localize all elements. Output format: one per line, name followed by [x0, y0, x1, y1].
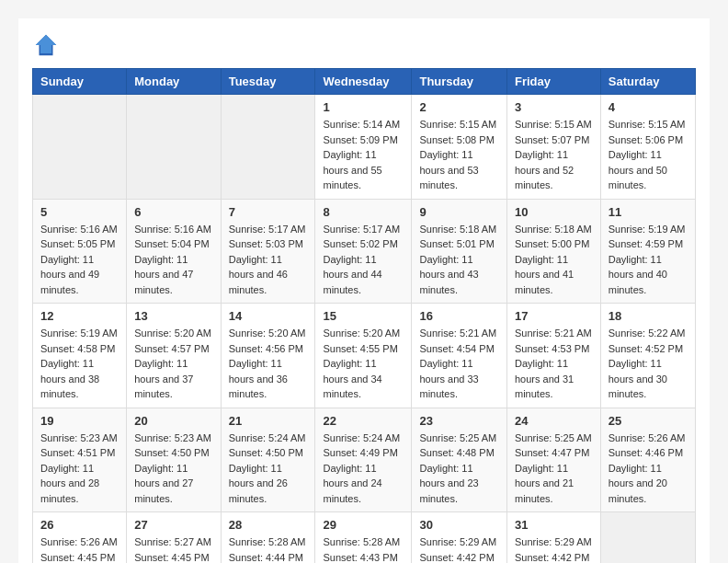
- weekday-header-tuesday: Tuesday: [221, 69, 315, 95]
- cell-info: Sunrise: 5:14 AMSunset: 5:09 PMDaylight:…: [323, 117, 404, 193]
- calendar-cell: 12Sunrise: 5:19 AMSunset: 4:58 PMDayligh…: [33, 304, 127, 408]
- calendar-container: SundayMondayTuesdayWednesdayThursdayFrid…: [18, 18, 710, 563]
- day-number: 5: [40, 205, 119, 219]
- day-number: 14: [229, 309, 308, 323]
- calendar-cell: [221, 95, 315, 200]
- cell-info: Sunrise: 5:20 AMSunset: 4:57 PMDaylight:…: [134, 326, 212, 402]
- day-number: 31: [515, 518, 593, 532]
- week-row-3: 12Sunrise: 5:19 AMSunset: 4:58 PMDayligh…: [33, 304, 696, 408]
- calendar-cell: 16Sunrise: 5:21 AMSunset: 4:54 PMDayligh…: [412, 304, 507, 408]
- calendar-cell: 25Sunrise: 5:26 AMSunset: 4:46 PMDayligh…: [600, 408, 695, 512]
- cell-info: Sunrise: 5:27 AMSunset: 4:45 PMDaylight:…: [134, 534, 212, 563]
- cell-info: Sunrise: 5:28 AMSunset: 4:44 PMDaylight:…: [229, 534, 308, 563]
- calendar-cell: 14Sunrise: 5:20 AMSunset: 4:56 PMDayligh…: [221, 304, 315, 408]
- calendar-cell: 20Sunrise: 5:23 AMSunset: 4:50 PMDayligh…: [127, 408, 221, 512]
- day-number: 9: [419, 205, 499, 219]
- weekday-header-wednesday: Wednesday: [315, 69, 412, 95]
- calendar-cell: 30Sunrise: 5:29 AMSunset: 4:42 PMDayligh…: [412, 512, 507, 564]
- day-number: 27: [134, 518, 212, 532]
- cell-info: Sunrise: 5:26 AMSunset: 4:46 PMDaylight:…: [609, 431, 688, 507]
- cell-info: Sunrise: 5:25 AMSunset: 4:47 PMDaylight:…: [515, 431, 593, 507]
- day-number: 22: [323, 414, 404, 428]
- day-number: 11: [609, 205, 688, 219]
- day-number: 3: [515, 100, 593, 114]
- cell-info: Sunrise: 5:23 AMSunset: 4:51 PMDaylight:…: [40, 431, 119, 507]
- weekday-header-sunday: Sunday: [33, 69, 127, 95]
- calendar-cell: 19Sunrise: 5:23 AMSunset: 4:51 PMDayligh…: [33, 408, 127, 512]
- day-number: 30: [419, 518, 499, 532]
- day-number: 6: [134, 205, 212, 219]
- cell-info: Sunrise: 5:22 AMSunset: 4:52 PMDaylight:…: [609, 326, 688, 402]
- logo: [32, 31, 63, 59]
- cell-info: Sunrise: 5:19 AMSunset: 4:58 PMDaylight:…: [40, 326, 119, 402]
- day-number: 15: [323, 309, 404, 323]
- weekday-header-saturday: Saturday: [600, 69, 695, 95]
- calendar-cell: 27Sunrise: 5:27 AMSunset: 4:45 PMDayligh…: [127, 512, 221, 564]
- day-number: 20: [134, 414, 212, 428]
- week-row-2: 5Sunrise: 5:16 AMSunset: 5:05 PMDaylight…: [33, 199, 696, 304]
- calendar-cell: 15Sunrise: 5:20 AMSunset: 4:55 PMDayligh…: [315, 304, 412, 408]
- calendar-cell: 21Sunrise: 5:24 AMSunset: 4:50 PMDayligh…: [221, 408, 315, 512]
- day-number: 16: [419, 309, 499, 323]
- day-number: 7: [229, 205, 308, 219]
- calendar-cell: 4Sunrise: 5:15 AMSunset: 5:06 PMDaylight…: [600, 95, 695, 200]
- cell-info: Sunrise: 5:25 AMSunset: 4:48 PMDaylight:…: [419, 431, 499, 507]
- weekday-header-thursday: Thursday: [412, 69, 507, 95]
- calendar-cell: 10Sunrise: 5:18 AMSunset: 5:00 PMDayligh…: [506, 199, 600, 304]
- day-number: 4: [609, 100, 688, 114]
- day-number: 23: [419, 414, 499, 428]
- calendar-cell: 2Sunrise: 5:15 AMSunset: 5:08 PMDaylight…: [412, 95, 507, 200]
- cell-info: Sunrise: 5:17 AMSunset: 5:03 PMDaylight:…: [229, 222, 308, 298]
- cell-info: Sunrise: 5:20 AMSunset: 4:55 PMDaylight:…: [323, 326, 404, 402]
- day-number: 24: [515, 414, 593, 428]
- calendar-cell: [600, 512, 695, 564]
- cell-info: Sunrise: 5:29 AMSunset: 4:42 PMDaylight:…: [515, 534, 593, 563]
- cell-info: Sunrise: 5:16 AMSunset: 5:04 PMDaylight:…: [134, 222, 212, 298]
- calendar-cell: 22Sunrise: 5:24 AMSunset: 4:49 PMDayligh…: [315, 408, 412, 512]
- calendar-cell: 29Sunrise: 5:28 AMSunset: 4:43 PMDayligh…: [315, 512, 412, 564]
- day-number: 28: [229, 518, 308, 532]
- cell-info: Sunrise: 5:23 AMSunset: 4:50 PMDaylight:…: [134, 431, 212, 507]
- weekday-header-friday: Friday: [506, 69, 600, 95]
- cell-info: Sunrise: 5:24 AMSunset: 4:49 PMDaylight:…: [323, 431, 404, 507]
- day-number: 8: [323, 205, 404, 219]
- calendar-cell: 6Sunrise: 5:16 AMSunset: 5:04 PMDaylight…: [127, 199, 221, 304]
- calendar-cell: 8Sunrise: 5:17 AMSunset: 5:02 PMDaylight…: [315, 199, 412, 304]
- cell-info: Sunrise: 5:18 AMSunset: 5:00 PMDaylight:…: [515, 222, 593, 298]
- calendar-cell: 3Sunrise: 5:15 AMSunset: 5:07 PMDaylight…: [506, 95, 600, 200]
- calendar-cell: 24Sunrise: 5:25 AMSunset: 4:47 PMDayligh…: [506, 408, 600, 512]
- calendar-cell: 18Sunrise: 5:22 AMSunset: 4:52 PMDayligh…: [600, 304, 695, 408]
- day-number: 19: [40, 414, 119, 428]
- day-number: 13: [134, 309, 212, 323]
- calendar-cell: 31Sunrise: 5:29 AMSunset: 4:42 PMDayligh…: [506, 512, 600, 564]
- day-number: 2: [419, 100, 499, 114]
- cell-info: Sunrise: 5:21 AMSunset: 4:53 PMDaylight:…: [515, 326, 593, 402]
- day-number: 18: [609, 309, 688, 323]
- day-number: 25: [609, 414, 688, 428]
- week-row-4: 19Sunrise: 5:23 AMSunset: 4:51 PMDayligh…: [33, 408, 696, 512]
- cell-info: Sunrise: 5:26 AMSunset: 4:45 PMDaylight:…: [40, 534, 119, 563]
- calendar-cell: [127, 95, 221, 200]
- day-number: 17: [515, 309, 593, 323]
- day-number: 1: [323, 100, 404, 114]
- calendar-cell: 11Sunrise: 5:19 AMSunset: 4:59 PMDayligh…: [600, 199, 695, 304]
- weekday-header-monday: Monday: [127, 69, 221, 95]
- week-row-1: 1Sunrise: 5:14 AMSunset: 5:09 PMDaylight…: [33, 95, 696, 200]
- calendar-cell: 13Sunrise: 5:20 AMSunset: 4:57 PMDayligh…: [127, 304, 221, 408]
- calendar-cell: 1Sunrise: 5:14 AMSunset: 5:09 PMDaylight…: [315, 95, 412, 200]
- cell-info: Sunrise: 5:18 AMSunset: 5:01 PMDaylight:…: [419, 222, 499, 298]
- logo-icon: [32, 31, 60, 59]
- cell-info: Sunrise: 5:21 AMSunset: 4:54 PMDaylight:…: [419, 326, 499, 402]
- calendar-table: SundayMondayTuesdayWednesdayThursdayFrid…: [32, 68, 696, 563]
- calendar-cell: 17Sunrise: 5:21 AMSunset: 4:53 PMDayligh…: [506, 304, 600, 408]
- cell-info: Sunrise: 5:24 AMSunset: 4:50 PMDaylight:…: [229, 431, 308, 507]
- week-row-5: 26Sunrise: 5:26 AMSunset: 4:45 PMDayligh…: [33, 512, 696, 564]
- cell-info: Sunrise: 5:15 AMSunset: 5:06 PMDaylight:…: [609, 117, 688, 193]
- cell-info: Sunrise: 5:19 AMSunset: 4:59 PMDaylight:…: [609, 222, 688, 298]
- calendar-cell: [33, 95, 127, 200]
- header: [32, 28, 696, 59]
- calendar-cell: 28Sunrise: 5:28 AMSunset: 4:44 PMDayligh…: [221, 512, 315, 564]
- day-number: 26: [40, 518, 119, 532]
- calendar-cell: 23Sunrise: 5:25 AMSunset: 4:48 PMDayligh…: [412, 408, 507, 512]
- cell-info: Sunrise: 5:15 AMSunset: 5:07 PMDaylight:…: [515, 117, 593, 193]
